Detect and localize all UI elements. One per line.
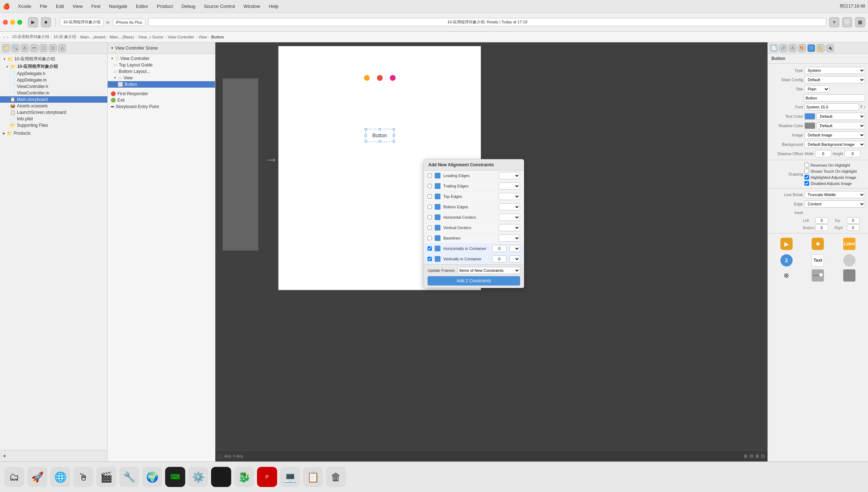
menu-editor[interactable]: Editor bbox=[134, 3, 150, 10]
inset-bottom-input[interactable] bbox=[815, 224, 828, 231]
breadcrumb-nav-back[interactable]: ‹ bbox=[4, 35, 5, 39]
scene-item-storyboard-entry[interactable]: ➡ Storyboard Entry Point bbox=[108, 103, 215, 110]
tree-item-appdelegate-m[interactable]: 📄 AppDelegate.m bbox=[0, 77, 107, 83]
menu-window[interactable]: Window bbox=[242, 3, 262, 10]
bottom-select[interactable] bbox=[499, 203, 520, 210]
title-type-select[interactable]: Plain bbox=[804, 85, 830, 93]
shadow-w-input[interactable] bbox=[815, 150, 831, 157]
baselines-select[interactable] bbox=[499, 235, 520, 242]
menu-edit[interactable]: Edit bbox=[54, 3, 66, 10]
linebreak-select[interactable]: Truncate Middle bbox=[804, 191, 865, 198]
breadcrumb-item-4[interactable]: Main....(Base) bbox=[109, 35, 134, 39]
play-icon[interactable]: ▶ bbox=[780, 238, 793, 250]
number-icon[interactable]: 2 bbox=[780, 254, 793, 266]
type-select[interactable]: System bbox=[804, 67, 865, 74]
trailing-select[interactable] bbox=[499, 182, 520, 190]
shadow-h-input[interactable] bbox=[844, 150, 860, 157]
selected-button-container[interactable]: Button bbox=[365, 129, 394, 142]
dock-app2[interactable]: 🐉 bbox=[234, 467, 254, 487]
tree-item-viewcontroller-h[interactable]: 📄 ViewController.h bbox=[0, 83, 107, 90]
button-text-input[interactable] bbox=[804, 94, 865, 102]
breadcrumb-item-6[interactable]: View Controller bbox=[168, 35, 194, 39]
label-obj-icon[interactable]: Label bbox=[843, 238, 855, 250]
dock-tools[interactable]: 🔧 bbox=[119, 467, 139, 487]
inspector-btn-2[interactable]: 🔗 bbox=[779, 44, 787, 52]
tree-item-appdelegate-h[interactable]: 📄 AppDelegate.h bbox=[0, 70, 107, 77]
handle-bl[interactable] bbox=[365, 140, 367, 143]
debug-toggle[interactable]: ⬜ bbox=[842, 17, 852, 27]
navigator-toggle[interactable]: ≡ bbox=[829, 17, 839, 27]
tree-item-info-plist[interactable]: 📄 Info.plist bbox=[0, 116, 107, 122]
font-icon[interactable]: T bbox=[860, 105, 863, 109]
disabled-checkbox[interactable] bbox=[804, 181, 809, 186]
scene-item-bottom-layout[interactable]: ▭ Bottom Layout... bbox=[108, 68, 215, 75]
canvas-layout-btn-4[interactable]: ⊡ bbox=[761, 454, 765, 459]
trailing-checkbox[interactable] bbox=[428, 184, 432, 188]
handle-tl[interactable] bbox=[365, 128, 367, 130]
menu-product[interactable]: Product bbox=[155, 3, 175, 10]
dock-terminal[interactable]: ⌨ bbox=[165, 467, 185, 487]
sidebar-btn-5[interactable]: ⬚ bbox=[39, 44, 47, 52]
scene-item-top-layout[interactable]: ▭ Top Layout Guide bbox=[108, 62, 215, 68]
menu-navigate[interactable]: Navigate bbox=[107, 3, 129, 10]
dock-app4[interactable]: 📋 bbox=[303, 467, 323, 487]
sidebar-btn-7[interactable]: ⎌ bbox=[58, 44, 66, 52]
shape-icon[interactable]: ■ bbox=[812, 238, 824, 250]
menu-file[interactable]: File bbox=[38, 3, 50, 10]
bg-select[interactable]: Default Background Image bbox=[804, 141, 865, 148]
font-more-icon[interactable]: › bbox=[864, 105, 865, 109]
scene-item-view[interactable]: ▼ ▭ View bbox=[108, 75, 215, 81]
dock-monitor[interactable]: 💻 bbox=[280, 467, 300, 487]
canvas-layout-btn-3[interactable]: ⊞ bbox=[755, 454, 759, 459]
stop-button[interactable]: ■ bbox=[41, 17, 51, 27]
add-constraints-button[interactable]: Add 2 Constraints bbox=[428, 276, 520, 286]
shows-touch-checkbox[interactable] bbox=[804, 169, 809, 173]
dock-safari[interactable]: 🌐 bbox=[50, 467, 70, 487]
sidebar-btn-2[interactable]: 🔍 bbox=[11, 44, 19, 52]
inspector-btn-5[interactable]: ⬡ bbox=[807, 44, 815, 52]
image-select[interactable]: Default Image bbox=[804, 131, 865, 139]
dock-trash[interactable]: 🗑 bbox=[326, 467, 346, 487]
tree-item-assets[interactable]: 📦 Assets.xcassets bbox=[0, 103, 107, 109]
tree-item-root-app[interactable]: ▼ 📁 10-应用程序对象介绍 bbox=[0, 63, 107, 70]
h-container-checkbox[interactable] bbox=[428, 246, 432, 251]
dock-app3[interactable]: P bbox=[257, 467, 277, 487]
canvas-area[interactable]: → Button Add New bbox=[215, 42, 767, 461]
utilities-toggle[interactable]: ▦ bbox=[855, 17, 865, 27]
dock-app1[interactable] bbox=[211, 467, 231, 487]
top-select[interactable] bbox=[499, 193, 520, 200]
text-obj-icon[interactable]: Text bbox=[812, 254, 824, 266]
menu-view[interactable]: View bbox=[70, 3, 85, 10]
inset-left-input[interactable] bbox=[815, 217, 828, 224]
dock-quicktime[interactable]: 🎬 bbox=[96, 467, 116, 487]
leading-checkbox[interactable] bbox=[428, 173, 432, 178]
add-file-button[interactable]: + bbox=[3, 453, 6, 459]
image-obj-icon[interactable] bbox=[843, 269, 855, 282]
shadow-color-swatch[interactable] bbox=[804, 122, 815, 129]
inspector-btn-7[interactable]: 🔌 bbox=[826, 44, 834, 52]
breadcrumb-item-8[interactable]: Button bbox=[211, 35, 224, 39]
update-frames-select[interactable]: Items of New Constraints bbox=[458, 267, 520, 274]
breadcrumb-item-7[interactable]: View bbox=[199, 35, 207, 39]
sidebar-btn-6[interactable]: ◻ bbox=[49, 44, 57, 52]
v-container-checkbox[interactable] bbox=[428, 257, 432, 261]
breadcrumb-item-1[interactable]: 10-应用程序对象介绍 bbox=[12, 34, 49, 40]
dock-settings[interactable]: ⚙️ bbox=[188, 467, 208, 487]
h-container-select[interactable] bbox=[509, 245, 520, 252]
state-select[interactable]: Default bbox=[804, 76, 865, 83]
tree-item-main-storyboard[interactable]: 📋 Main.storyboard bbox=[0, 96, 107, 103]
handle-br[interactable] bbox=[393, 140, 395, 143]
tree-item-launch-storyboard[interactable]: 📋 LaunchScreen.storyboard bbox=[0, 109, 107, 116]
reverses-checkbox[interactable] bbox=[804, 163, 809, 167]
v-container-select[interactable] bbox=[509, 255, 520, 263]
scene-item-viewcontroller[interactable]: ▼ ⬡ View Controller bbox=[108, 55, 215, 62]
spinner-icon[interactable]: ⊗ bbox=[780, 269, 793, 282]
device-selector[interactable]: iPhone 6s Plus bbox=[113, 19, 145, 26]
dock-finder[interactable]: 🗂 bbox=[4, 467, 24, 487]
breadcrumb-item-2[interactable]: 10-应·象介绍 bbox=[53, 34, 76, 40]
inspector-btn-1[interactable]: 📄 bbox=[770, 44, 778, 52]
close-button[interactable] bbox=[3, 20, 8, 25]
handle-tc[interactable] bbox=[379, 128, 381, 130]
dock-launchpad[interactable]: 🚀 bbox=[27, 467, 47, 487]
inspector-btn-3[interactable]: ⚠ bbox=[789, 44, 797, 52]
